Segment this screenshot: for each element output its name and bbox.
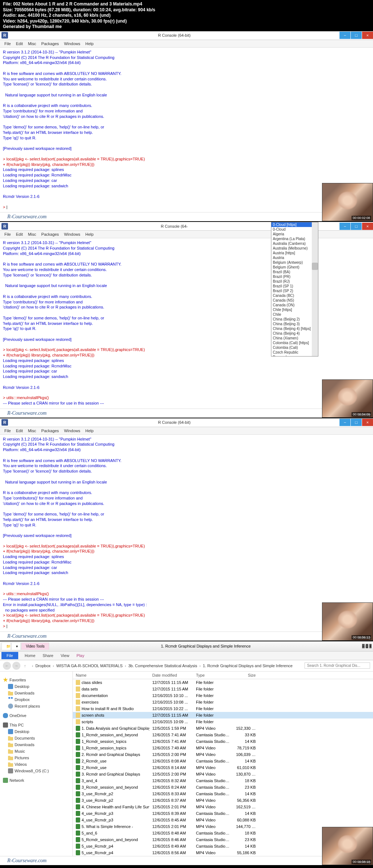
file-row[interactable]: 3_Rcmdr_session_and_beyond12/6/2015 8:24… xyxy=(73,784,373,791)
file-row[interactable]: 3_use_Rcmdr_p212/6/2015 8:33 AMCamtasia … xyxy=(73,791,373,797)
search-input[interactable] xyxy=(305,662,370,669)
menu-edit[interactable]: Edit xyxy=(14,41,25,47)
menu-windows[interactable]: Windows xyxy=(62,41,83,47)
cran-mirror-item[interactable]: China (Beijing 3) xyxy=(271,322,318,326)
col-date[interactable]: Date modified xyxy=(149,672,193,679)
tree-downloads[interactable]: Downloads xyxy=(1,690,71,696)
file-row[interactable]: 4. Chinese Health and Family Life Survey… xyxy=(73,804,373,810)
menu-help[interactable]: Help xyxy=(83,428,96,434)
cran-mirror-item[interactable]: Canada (ON) xyxy=(271,303,318,307)
menu-file[interactable]: File xyxy=(2,41,13,47)
minimize-button[interactable]: − xyxy=(339,223,350,230)
scroll-thumb[interactable] xyxy=(312,263,318,270)
menu-file[interactable]: File xyxy=(2,428,13,434)
menu-misc[interactable]: Misc xyxy=(26,231,39,237)
tree-videos[interactable]: Videos xyxy=(1,761,71,768)
tree-pictures[interactable]: Pictures xyxy=(1,754,71,761)
col-type[interactable]: Type xyxy=(193,672,233,679)
tree-desktop[interactable]: Desktop xyxy=(1,728,71,735)
cran-mirror-item[interactable]: Brazil (BA) xyxy=(271,270,318,274)
favorites-header[interactable]: Favorites xyxy=(1,677,71,683)
file-row[interactable]: 2_Rcmdr_use12/6/2015 8:08 AMCamtasia Stu… xyxy=(73,758,373,764)
ribbon-view[interactable]: View xyxy=(57,653,73,658)
menu-windows[interactable]: Windows xyxy=(62,231,83,237)
cran-mirror-item[interactable]: Denmark xyxy=(271,355,318,357)
cran-mirror-item[interactable]: Brazil (PR) xyxy=(271,274,318,279)
menu-edit[interactable]: Edit xyxy=(14,428,25,434)
file-row[interactable]: 3_use_Rcmdr_p212/6/2015 8:37 AMMP4 Video… xyxy=(73,797,373,804)
maximize-button[interactable]: □ xyxy=(366,644,368,648)
menu-packages[interactable]: Packages xyxy=(39,41,61,47)
network-header[interactable]: Network xyxy=(1,777,71,784)
cran-mirror-item[interactable]: Czech Republic xyxy=(271,350,318,355)
close-button[interactable]: × xyxy=(362,32,373,39)
cran-mirror-item[interactable]: Chile xyxy=(271,312,318,317)
crumb-analysis[interactable]: 3b. Comprehensive Statistical Analysis xyxy=(128,664,197,668)
menu-misc[interactable]: Misc xyxy=(26,428,39,434)
file-row[interactable]: 2_Rcmdr_use12/6/2015 8:14 AMMP4 Video61,… xyxy=(73,764,373,771)
cran-mirror-item[interactable]: Canada (NS) xyxy=(271,298,318,303)
footer-link[interactable]: R-Courseware.com xyxy=(0,632,373,641)
file-row[interactable]: 1. Data Analysis and Graphical Displays1… xyxy=(73,725,373,732)
maximize-button[interactable]: □ xyxy=(351,419,362,426)
cran-mirror-item[interactable]: 0-Cloud xyxy=(271,227,318,232)
cran-mirror-item[interactable]: Argentina (La Plata) xyxy=(271,236,318,241)
console-output[interactable]: R version 3.1.2 (2014-10-31) -- "Pumpkin… xyxy=(0,48,373,212)
col-name[interactable]: Name xyxy=(73,672,149,679)
cran-mirror-item[interactable]: Algeria xyxy=(271,232,318,236)
file-row[interactable]: 3_and_412/6/2015 8:32 AMCamtasia Studio … xyxy=(73,777,373,784)
cran-mirror-item[interactable]: Brazil (RJ) xyxy=(271,279,318,284)
cran-mirror-item[interactable]: Colombia (Cali) [https] xyxy=(271,341,318,345)
cran-mirror-item[interactable]: China (Beijing 4) xyxy=(271,331,318,336)
console-output[interactable]: R version 3.1.2 (2014-10-31) -- "Pumpkin… xyxy=(0,435,373,632)
footer-link[interactable]: R-Courseware.com xyxy=(0,409,373,418)
file-row[interactable]: documentation12/16/2015 10:10 ...File fo… xyxy=(73,692,373,699)
scrollbar[interactable] xyxy=(312,222,318,356)
crumb-wistia[interactable]: WISTIA GA-R-SCHOOL MATERIALS xyxy=(56,664,122,668)
cran-mirror-item[interactable]: Belgium (Antwerp) xyxy=(271,260,318,265)
file-row[interactable]: 1_Rcmdr_session_topics12/6/2015 7:41 AMC… xyxy=(73,738,373,745)
cran-mirror-item[interactable]: Canada (BC) xyxy=(271,293,318,298)
minimize-button[interactable]: − xyxy=(362,644,364,648)
cran-mirror-item[interactable]: Brazil (SP 1) xyxy=(271,284,318,288)
tree-recent-places[interactable]: Recent places xyxy=(1,703,71,709)
crumb-dropbox[interactable]: Dropbox xyxy=(35,664,51,668)
col-size[interactable]: Size xyxy=(233,672,259,679)
menu-help[interactable]: Help xyxy=(83,231,96,237)
menu-windows[interactable]: Windows xyxy=(62,428,83,434)
back-button[interactable]: ← xyxy=(3,662,11,670)
cran-mirror-list[interactable]: 0-Cloud [https]0-CloudAlgeriaArgentina (… xyxy=(271,222,318,357)
menu-edit[interactable]: Edit xyxy=(14,231,25,237)
maximize-button[interactable]: □ xyxy=(351,32,362,39)
footer-link[interactable]: R-Courseware.com xyxy=(0,856,373,865)
tree-downloads[interactable]: Downloads xyxy=(1,741,71,748)
file-row[interactable]: 4_use_Rcmdr_p312/6/2015 8:45 AMMP4 Video… xyxy=(73,817,373,823)
file-row[interactable]: scripts12/16/2015 10:09 ...File folder xyxy=(73,718,373,725)
cran-mirror-item[interactable]: China (Xiamen) xyxy=(271,336,318,341)
forward-button[interactable]: → xyxy=(12,662,20,670)
tree-dropbox[interactable]: Dropbox xyxy=(1,696,71,703)
footer-link[interactable]: R-Courseware.com xyxy=(0,212,373,221)
file-row[interactable]: exercises12/16/2015 10:08 ...File folder xyxy=(73,699,373,705)
file-row[interactable]: 1_Rcmdr_session_and_beyond12/6/2015 7:41… xyxy=(73,732,373,738)
minimize-button[interactable]: − xyxy=(339,419,350,426)
tree-documents[interactable]: Documents xyxy=(1,735,71,741)
cran-mirror-item[interactable]: Chile [https] xyxy=(271,307,318,312)
maximize-button[interactable]: □ xyxy=(351,223,362,230)
menu-misc[interactable]: Misc xyxy=(26,41,39,47)
cran-mirror-item[interactable]: Brazil (SP 2) xyxy=(271,288,318,293)
menu-packages[interactable]: Packages xyxy=(39,428,61,434)
close-button[interactable]: × xyxy=(362,419,373,426)
menu-packages[interactable]: Packages xyxy=(39,231,61,237)
ribbon-play[interactable]: Play xyxy=(73,653,88,658)
explorer-icon[interactable]: 📁 xyxy=(1,642,11,650)
cran-mirror-item[interactable]: China (Beijing 2) xyxy=(271,317,318,322)
file-row[interactable]: 4_use_Rcmdr_p312/6/2015 8:39 AMCamtasia … xyxy=(73,810,373,817)
close-button[interactable]: × xyxy=(362,223,373,230)
dropdown-icon[interactable]: ▾ xyxy=(11,642,21,650)
cran-mirror-item[interactable]: Austria [https] xyxy=(271,251,318,255)
cran-mirror-item[interactable]: China (Beijing 4) [https] xyxy=(271,326,318,331)
cran-mirror-item[interactable]: Colombia (Cali) xyxy=(271,345,318,350)
video-tools-tab[interactable]: Video Tools xyxy=(21,642,49,650)
up-button[interactable]: ↑ xyxy=(22,664,28,668)
